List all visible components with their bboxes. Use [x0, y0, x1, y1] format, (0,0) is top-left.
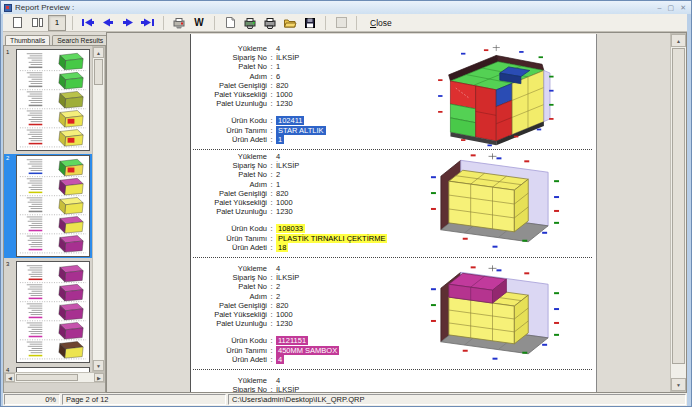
zoom-100-button[interactable]: 1: [48, 15, 66, 31]
page-width-icon: [31, 16, 44, 29]
zoom-width-button[interactable]: [28, 15, 46, 31]
field-value: 4: [276, 44, 280, 53]
thumbnail-page-1[interactable]: 1: [4, 48, 92, 152]
thumbnails-panel: 1234 ▲ ▼ ◀ ▶: [3, 45, 106, 393]
page-grid-button[interactable]: [332, 15, 350, 31]
field-label: Palet Yüksekliği: [193, 310, 267, 319]
axis-marker: [493, 45, 500, 51]
status-page-info: Page 2 of 12: [62, 394, 226, 405]
pallet-3d-image: [427, 264, 562, 368]
product-highlighted-value: PLASTİK TIRNAKLI ÇEKTİRME: [276, 234, 387, 243]
preview-pane: Yükleme4Sipariş No:İLKSİPPalet No:1Adım:…: [106, 32, 687, 393]
app-icon: [4, 4, 12, 12]
scroll-down-arrow[interactable]: ▼: [93, 360, 104, 371]
field-value: 820: [276, 301, 289, 310]
field-label: Palet No: [193, 62, 267, 71]
font-button[interactable]: W: [190, 15, 208, 31]
new-report-button[interactable]: [221, 15, 239, 31]
page-grid-icon: [335, 16, 348, 29]
thumbnail-page-number: 1: [6, 49, 9, 55]
report-preview-window: Report Preview : – ▢ ✕ 1: [0, 0, 692, 407]
field-label: Palet Uzunluğu: [193, 207, 267, 216]
blank-page-icon: [225, 16, 236, 29]
font-w-icon: W: [194, 17, 203, 28]
thumbnail-page-preview[interactable]: [16, 49, 90, 151]
open-report-button[interactable]: [281, 15, 299, 31]
field-separator: :: [267, 116, 276, 125]
previous-page-icon: [100, 17, 116, 28]
pallet-3d-image-container: [427, 152, 562, 256]
first-page-button[interactable]: [79, 15, 97, 31]
field-separator: :: [267, 243, 276, 252]
maximize-button[interactable]: ▢: [668, 4, 675, 12]
close-window-button[interactable]: ✕: [680, 4, 686, 12]
scrollbar-thumb[interactable]: [672, 48, 685, 364]
field-separator: :: [267, 310, 276, 319]
field-label: Ürün Kodu: [193, 336, 267, 345]
print-dialog-button[interactable]: [241, 15, 259, 31]
close-preview-button[interactable]: Close: [363, 15, 399, 31]
printer-setup-button[interactable]: [170, 15, 188, 31]
scrollbar-thumb[interactable]: [94, 59, 103, 85]
field-label: Sipariş No: [193, 273, 267, 282]
field-separator: :: [267, 319, 276, 328]
field-label: Adım: [193, 292, 267, 301]
field-value: 1: [276, 180, 280, 189]
field-separator: :: [267, 336, 276, 345]
field-separator: :: [267, 282, 276, 291]
first-page-icon: [80, 17, 96, 28]
field-value: İLKSİP: [276, 273, 299, 282]
scroll-up-arrow[interactable]: ▲: [671, 34, 686, 47]
thumbnails-horizontal-scrollbar[interactable]: ◀ ▶: [4, 372, 105, 383]
status-zoom: 0%: [4, 394, 60, 405]
pallet-3d-image-container: [427, 44, 562, 148]
field-label: Palet Genişliği: [193, 81, 267, 90]
previous-page-button[interactable]: [99, 15, 117, 31]
printer-icon: [263, 17, 277, 29]
scroll-right-arrow[interactable]: ▶: [94, 373, 104, 382]
open-folder-icon: [283, 17, 297, 29]
report-block-4: Yükleme4Sipariş No:İLKSİPPalet No:2: [193, 374, 592, 393]
field-value: 2: [276, 282, 280, 291]
product-highlighted-value: 1: [276, 135, 284, 144]
field-separator: :: [267, 53, 276, 62]
scroll-down-arrow[interactable]: ▼: [671, 378, 686, 391]
scroll-left-arrow[interactable]: ◀: [5, 373, 15, 382]
field-label: Palet No: [193, 282, 267, 291]
tab-search-results[interactable]: Search Results: [52, 35, 108, 45]
field-separator: :: [267, 346, 276, 355]
last-page-icon: [140, 17, 156, 28]
field-label: Yükleme: [193, 152, 267, 161]
report-block-2: Yükleme4Sipariş No:İLKSİPPalet No:2Adım:…: [193, 150, 592, 258]
field-label: Ürün Adeti: [193, 243, 267, 252]
product-highlighted-value: 102411: [276, 116, 304, 125]
field-separator: :: [267, 292, 276, 301]
scroll-up-arrow[interactable]: ▲: [93, 47, 104, 58]
field-separator: :: [267, 273, 276, 282]
print-button[interactable]: [261, 15, 279, 31]
thumbnail-page-2[interactable]: 2: [4, 154, 92, 258]
scrollbar-thumb[interactable]: [16, 374, 78, 381]
preview-vertical-scrollbar[interactable]: ▲ ▼: [670, 33, 687, 392]
page-fit-icon: [12, 16, 23, 29]
thumbnail-page-preview[interactable]: [16, 155, 90, 257]
field-label: Palet Yüksekliği: [193, 198, 267, 207]
field-separator: :: [267, 234, 276, 243]
thumbnail-page-number: 2: [6, 155, 9, 161]
printer-color-icon: [243, 17, 257, 29]
content-area: Thumbnails Search Results 1234 ▲ ▼ ◀ ▶ Y…: [3, 32, 687, 393]
field-separator: :: [267, 180, 276, 189]
zoom-fit-button[interactable]: [8, 15, 26, 31]
thumbnail-page-3[interactable]: 3: [4, 260, 92, 364]
save-report-button[interactable]: [301, 15, 319, 31]
thumbnail-page-preview[interactable]: [16, 261, 90, 363]
tab-thumbnails[interactable]: Thumbnails: [5, 35, 50, 45]
save-floppy-icon: [304, 17, 316, 29]
field-label: Ürün Kodu: [193, 116, 267, 125]
minimize-button[interactable]: –: [658, 4, 662, 12]
thumbnails-vertical-scrollbar[interactable]: ▲ ▼: [92, 46, 105, 372]
next-page-button[interactable]: [119, 15, 137, 31]
field-value: 820: [276, 81, 289, 90]
last-page-button[interactable]: [139, 15, 157, 31]
field-label: Ürün Adeti: [193, 135, 267, 144]
